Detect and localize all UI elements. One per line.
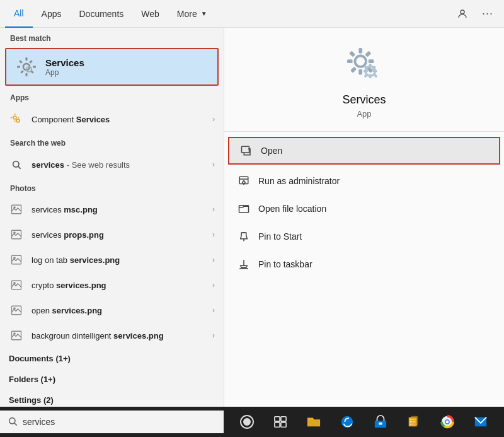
- more-options-btn[interactable]: ···: [476, 3, 499, 25]
- photos-section-label: Photos: [0, 178, 224, 197]
- action-list: Open Run as administrator: [224, 132, 504, 281]
- tab-all[interactable]: All: [5, 0, 33, 28]
- file-item-1[interactable]: services msc.png ›: [0, 197, 224, 222]
- svg-line-18: [18, 166, 21, 169]
- run-as-admin-icon: [237, 174, 251, 188]
- left-panel: Best match: [0, 28, 224, 407]
- svg-rect-62: [281, 417, 286, 421]
- image-icon-4: [9, 277, 24, 293]
- file-item-2[interactable]: services props.png ›: [0, 222, 224, 247]
- task-view-btn[interactable]: [270, 411, 291, 433]
- services-app-icon-large: [346, 47, 382, 86]
- taskbar-search-icon: [8, 416, 18, 428]
- svg-rect-39: [350, 67, 357, 73]
- svg-rect-33: [358, 69, 362, 75]
- file-1-label: services msc.png: [32, 205, 212, 214]
- app-name: Services: [342, 93, 386, 107]
- tab-web[interactable]: Web: [132, 0, 168, 28]
- right-panel: Services App Open: [224, 28, 504, 407]
- svg-rect-73: [411, 416, 418, 426]
- svg-point-17: [13, 161, 19, 167]
- tab-more[interactable]: More ▼: [168, 0, 216, 28]
- svg-rect-68: [379, 422, 382, 425]
- arrow: ›: [212, 230, 215, 239]
- svg-point-24: [14, 257, 15, 259]
- svg-rect-61: [275, 417, 280, 421]
- svg-rect-42: [369, 74, 372, 79]
- pin-to-start-action[interactable]: Pin to Start: [224, 223, 504, 250]
- ellipsis-icon: ···: [482, 7, 493, 20]
- image-icon-5: [9, 303, 24, 318]
- svg-rect-8: [29, 60, 33, 64]
- taskbar-search-box[interactable]: services: [0, 411, 224, 433]
- taskbar: services: [0, 407, 504, 437]
- best-match-label: Best match: [0, 28, 224, 47]
- image-icon-3: [9, 252, 24, 267]
- file-3-label: log on tab services.png: [32, 255, 212, 265]
- svg-rect-43: [364, 70, 368, 73]
- arrow: ›: [212, 255, 215, 264]
- person-icon-btn[interactable]: [451, 3, 474, 25]
- svg-rect-2: [26, 57, 28, 61]
- component-services-label: Component Services: [32, 115, 212, 124]
- file-6-label: backgroun dintelligent services.png: [32, 331, 212, 341]
- file-item-3[interactable]: log on tab services.png ›: [0, 247, 224, 272]
- gear-icon-small: [16, 57, 37, 77]
- apps-section-label: Apps: [0, 87, 224, 106]
- arrow: ›: [212, 205, 215, 214]
- svg-point-16: [16, 119, 20, 122]
- open-label: Open: [261, 146, 282, 156]
- svg-point-30: [14, 333, 15, 334]
- pin-to-start-label: Pin to Start: [258, 231, 302, 242]
- documents-section[interactable]: Documents (1+): [0, 348, 224, 369]
- run-as-admin-label: Run as administrator: [258, 176, 340, 186]
- svg-rect-34: [347, 59, 353, 63]
- best-match-item[interactable]: Services App: [5, 48, 219, 86]
- svg-rect-13: [14, 120, 16, 122]
- svg-rect-64: [281, 422, 286, 427]
- svg-rect-6: [19, 60, 23, 64]
- store-btn[interactable]: [370, 411, 391, 433]
- gear-cog-icon: [10, 113, 23, 125]
- best-match-title: Services: [45, 57, 84, 68]
- mail-btn[interactable]: [470, 411, 491, 433]
- open-file-location-icon: [237, 202, 251, 216]
- chevron-down-icon: ▼: [201, 10, 207, 17]
- arrow: ›: [212, 306, 215, 315]
- run-as-admin-action[interactable]: Run as administrator: [224, 167, 504, 195]
- open-icon: [239, 144, 253, 158]
- tab-apps[interactable]: Apps: [33, 0, 71, 28]
- file-item-4[interactable]: crypto services.png ›: [0, 272, 224, 298]
- arrow: ›: [212, 281, 215, 289]
- open-file-location-action[interactable]: Open file location: [224, 195, 504, 223]
- svg-rect-32: [358, 48, 362, 54]
- component-services-item[interactable]: Component Services ›: [0, 106, 224, 132]
- top-navigation: All Apps Documents Web More ▼ ···: [0, 0, 504, 28]
- svg-line-58: [14, 423, 17, 426]
- svg-point-20: [14, 207, 15, 208]
- file-item-5[interactable]: open services.png ›: [0, 298, 224, 323]
- app-type: App: [357, 109, 371, 119]
- arrow: ›: [212, 331, 215, 340]
- tab-documents[interactable]: Documents: [70, 0, 132, 28]
- arrow-icon: ›: [212, 115, 215, 124]
- search-taskbar-btn[interactable]: [236, 411, 258, 433]
- pin-to-taskbar-action[interactable]: Pin to taskbar: [224, 250, 504, 278]
- svg-point-31: [355, 56, 366, 67]
- folders-section[interactable]: Folders (1+): [0, 369, 224, 390]
- file-item-6[interactable]: backgroun dintelligent services.png ›: [0, 323, 224, 348]
- edge-btn[interactable]: [336, 411, 358, 433]
- svg-rect-65: [308, 420, 319, 426]
- chrome-btn[interactable]: [437, 411, 458, 433]
- taskbar-search-text: services: [23, 417, 55, 427]
- web-search-item[interactable]: services - See web results ›: [0, 151, 224, 178]
- open-action[interactable]: Open: [228, 137, 500, 165]
- svg-rect-15: [18, 117, 20, 119]
- file-explorer-btn[interactable]: [303, 411, 324, 433]
- component-services-icon: [9, 112, 24, 127]
- settings-section[interactable]: Settings (2): [0, 390, 224, 407]
- pin-to-taskbar-icon: [237, 257, 251, 271]
- open-file-location-label: Open file location: [258, 204, 326, 214]
- svg-point-26: [14, 283, 15, 284]
- files-btn[interactable]: [403, 411, 425, 433]
